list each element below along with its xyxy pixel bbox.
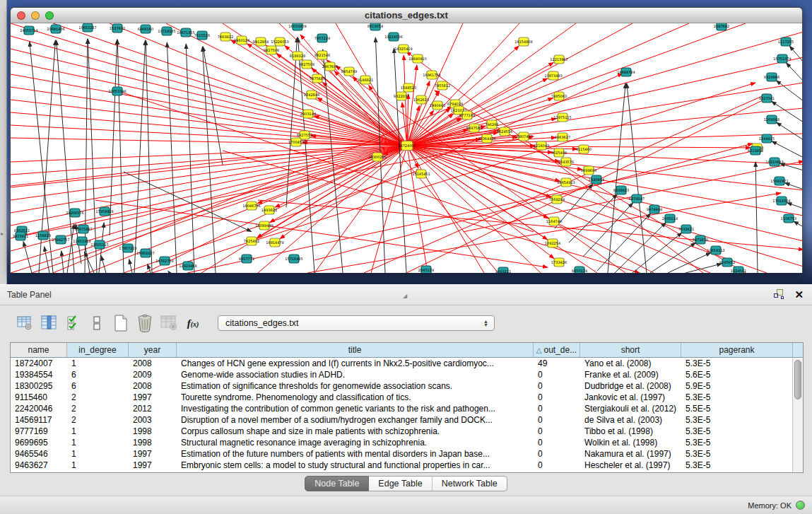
table-row[interactable]: 1830029562008Estimation of significance … xyxy=(11,380,803,392)
graph-node[interactable]: 10210643 xyxy=(765,158,783,166)
table-row[interactable]: 946362711997Embryonic stem cells: a mode… xyxy=(11,460,803,471)
scrollbar-thumb[interactable] xyxy=(794,360,801,399)
table-scrollbar[interactable] xyxy=(792,358,803,472)
network-window-titlebar[interactable]: citations_edges.txt xyxy=(11,8,802,23)
function-builder-icon[interactable]: f(x) xyxy=(182,313,204,333)
graph-node[interactable]: 9827508 xyxy=(299,60,314,69)
column-header-year[interactable]: year xyxy=(129,343,177,357)
graph-node[interactable]: 1024501 xyxy=(731,267,746,273)
delete-table-icon[interactable] xyxy=(158,313,180,333)
graph-node[interactable]: 16671355 xyxy=(177,28,194,37)
graph-node[interactable]: 1733426 xyxy=(551,258,567,267)
panel-collapse-handle[interactable]: ▸ xyxy=(1,230,4,237)
hide-columns-icon[interactable] xyxy=(86,313,107,333)
graph-node[interactable]: 1493822 xyxy=(261,206,277,214)
graph-node[interactable]: 20206576 xyxy=(66,209,83,217)
network-canvas[interactable]: 2405571420691406106532871527602646616010… xyxy=(11,23,802,273)
delete-column-icon[interactable] xyxy=(134,313,155,333)
select-columns-icon[interactable] xyxy=(62,313,83,333)
graph-node[interactable]: 7485063 xyxy=(551,92,567,100)
graph-node[interactable]: 15716485 xyxy=(285,255,302,263)
graph-node[interactable]: 7615526 xyxy=(194,31,210,40)
graph-node[interactable]: 7663822 xyxy=(218,33,233,41)
graph-node[interactable]: 20691406 xyxy=(47,25,64,33)
table-row[interactable]: 911546021997Tourette syndrome. Phenomeno… xyxy=(11,392,803,403)
graph-node[interactable]: 15692971 xyxy=(770,177,788,185)
graph-node[interactable]: 9463627 xyxy=(555,133,570,141)
graph-node[interactable]: 24055714 xyxy=(20,26,37,35)
table-source-dropdown[interactable]: citations_edges.txt ▲▼ xyxy=(218,315,495,331)
table-row[interactable]: 1938455462009Genome-wide association stu… xyxy=(11,369,803,380)
graph-node[interactable]: 8186328 xyxy=(290,52,305,60)
tab-edge-table[interactable]: Edge Table xyxy=(369,476,432,491)
close-panel-icon[interactable]: ✕ xyxy=(794,289,804,300)
graph-node[interactable]: 1093211 xyxy=(495,267,511,273)
graph-node[interactable]: 7632621 xyxy=(678,225,694,233)
graph-node[interactable]: 9115460 xyxy=(576,145,592,153)
table-row[interactable]: 977716911998Corpus callosum shape and si… xyxy=(11,426,803,437)
graph-node[interactable]: 9322037 xyxy=(394,92,409,100)
table-row[interactable]: 2242004622012Investigating the contribut… xyxy=(11,403,803,414)
graph-node[interactable]: 16099489 xyxy=(255,221,273,230)
side-panel-strip[interactable]: ▸ xyxy=(0,0,7,284)
graph-node[interactable]: 10719185 xyxy=(158,27,175,35)
graph-node[interactable]: 17957223 xyxy=(119,244,136,252)
zoom-window-icon[interactable] xyxy=(45,11,54,20)
table-settings-icon[interactable] xyxy=(14,313,35,333)
graph-node[interactable]: 15751074 xyxy=(773,54,791,63)
graph-node[interactable]: 10653287 xyxy=(78,23,96,32)
minimize-window-icon[interactable] xyxy=(31,11,40,20)
split-pane-handle[interactable]: ◢ xyxy=(403,286,407,306)
graph-node[interactable]: 2543576 xyxy=(558,158,574,166)
graph-node[interactable]: 15942757 xyxy=(52,235,69,244)
graph-node[interactable]: 1209388 xyxy=(764,115,779,124)
graph-node[interactable]: 16782759 xyxy=(155,257,173,265)
tab-network-table[interactable]: Network Table xyxy=(433,476,507,491)
graph-node[interactable]: 9821546 xyxy=(314,51,330,59)
graph-node[interactable]: 8813054 xyxy=(367,23,383,30)
graph-node[interactable]: 6466160 xyxy=(138,25,153,33)
graph-node[interactable]: 1527602 xyxy=(110,24,125,33)
graph-node[interactable]: 16154808 xyxy=(514,37,532,46)
graph-node[interactable]: 16958107 xyxy=(136,249,154,257)
column-header-in-degree[interactable]: in_degree xyxy=(67,343,129,357)
graph-node[interactable]: 16914479 xyxy=(266,238,283,247)
graph-node[interactable]: 2687682 xyxy=(714,23,729,30)
column-header-name[interactable]: name xyxy=(11,343,67,357)
network-view-window[interactable]: citations_edges.txt 24055714206914061065… xyxy=(10,7,803,273)
graph-node[interactable]: 8454749 xyxy=(341,67,357,76)
graph-node[interactable]: 17016504 xyxy=(772,197,790,205)
graph-node[interactable]: 15226053 xyxy=(271,37,288,46)
table-row[interactable]: 1872400712008Changes of HCN gene express… xyxy=(11,358,803,369)
graph-node[interactable]: 9699695 xyxy=(581,166,596,175)
column-header-title[interactable]: title xyxy=(177,343,534,357)
graph-node[interactable]: 3025488 xyxy=(551,148,567,157)
graph-node[interactable]: 5475685 xyxy=(310,74,325,83)
column-header-out-de-[interactable]: △out_de... xyxy=(534,343,580,357)
table-row[interactable]: 946554611997Estimation of the future num… xyxy=(11,448,803,460)
create-column-icon[interactable] xyxy=(110,313,131,333)
show-column-icon[interactable] xyxy=(38,313,59,333)
graph-node[interactable]: 6879197 xyxy=(629,194,645,203)
table-row[interactable]: 969969511998Structural magnetic resonanc… xyxy=(11,437,803,448)
graph-node[interactable]: 1990445 xyxy=(430,101,445,110)
column-header-short[interactable]: short xyxy=(580,343,681,357)
graph-node[interactable]: 12213967 xyxy=(550,55,567,64)
close-window-icon[interactable] xyxy=(17,11,25,20)
graph-node[interactable]: 7857224 xyxy=(314,34,330,42)
graph-node[interactable]: 19218506 xyxy=(384,33,402,41)
graph-node[interactable]: 16046756 xyxy=(242,201,260,210)
graph-node[interactable]: 15145451 xyxy=(412,170,430,178)
graph-node[interactable]: 746266 xyxy=(485,120,498,129)
graph-node[interactable]: 2935114 xyxy=(662,214,678,223)
graph-node[interactable]: 12975115 xyxy=(553,113,571,122)
float-panel-icon[interactable] xyxy=(774,289,784,300)
graph-node[interactable]: 9450124 xyxy=(572,267,587,273)
graph-node[interactable]: 9857771 xyxy=(239,255,254,263)
graph-node[interactable]: 16033809 xyxy=(288,23,306,30)
graph-node[interactable]: 1092254 xyxy=(545,239,560,247)
column-header-pagerank[interactable]: pagerank xyxy=(681,343,793,357)
graph-node[interactable]: 9329966 xyxy=(764,73,779,81)
graph-node[interactable]: 2045124 xyxy=(418,266,434,273)
graph-node[interactable]: 20053346 xyxy=(108,87,126,95)
